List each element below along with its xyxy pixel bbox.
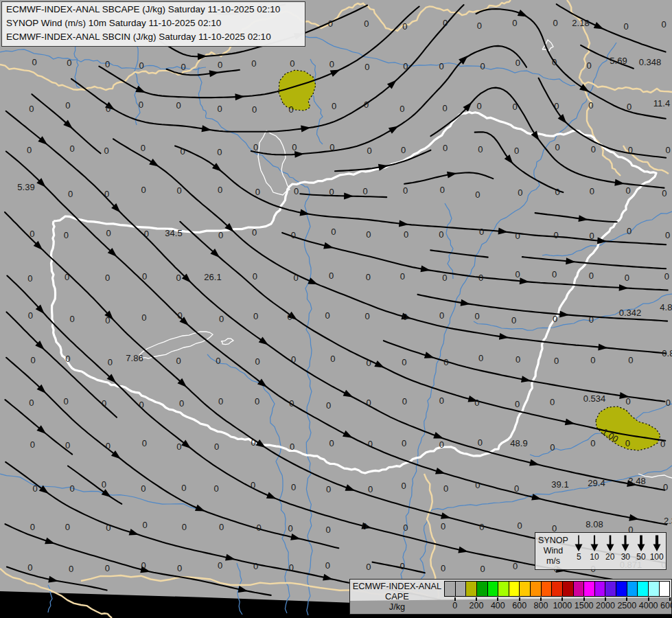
grid-value: 0 bbox=[511, 315, 516, 325]
grid-value: 0 bbox=[69, 483, 74, 494]
grid-value: 0 bbox=[478, 144, 483, 154]
grid-value: 0 bbox=[664, 271, 669, 282]
grid-value: 0 bbox=[440, 185, 445, 195]
grid-value: 0 bbox=[515, 269, 520, 279]
cape-title-line1: ECMWF-INDEX-ANAL bbox=[351, 581, 443, 591]
grid-value: 0 bbox=[625, 185, 630, 196]
grid-value: 0 bbox=[176, 100, 181, 111]
cape-tick-label: 400 bbox=[491, 601, 505, 610]
grid-value: 0 bbox=[104, 146, 109, 156]
grid-value: 0 bbox=[439, 439, 444, 450]
grid-value: 0 bbox=[251, 437, 255, 448]
cape-tick-label: 1500 bbox=[575, 601, 594, 610]
grid-value: 0 bbox=[441, 521, 445, 531]
grid-value: 0 bbox=[65, 440, 70, 450]
grid-value: 0 bbox=[515, 231, 520, 241]
cape-color-swatch bbox=[498, 581, 509, 597]
grid-value: 0 bbox=[439, 310, 444, 321]
grid-value: 0 bbox=[475, 190, 480, 200]
grid-value: 0 bbox=[665, 230, 670, 240]
grid-value: 0 bbox=[554, 356, 559, 366]
cape-tick-label: 1000 bbox=[553, 601, 572, 610]
grid-value: 0 bbox=[28, 310, 33, 321]
cape-tick-label: 4000 bbox=[639, 601, 658, 610]
grid-value: 0 bbox=[176, 356, 181, 366]
wind-arrow-icon bbox=[588, 534, 601, 552]
grid-value: 0 bbox=[589, 231, 594, 241]
grid-value: 0 bbox=[218, 560, 222, 571]
grid-value: 0 bbox=[362, 186, 367, 196]
grid-value: 0 bbox=[144, 229, 149, 239]
cape-tick-label: 2500 bbox=[617, 601, 636, 610]
grid-value: 0 bbox=[366, 229, 371, 240]
grid-value: 0 bbox=[514, 483, 519, 494]
grid-value: 0 bbox=[289, 398, 294, 409]
wind-speed-label: 30 bbox=[621, 552, 630, 562]
grid-value: 0 bbox=[253, 142, 258, 152]
grid-value: 0 bbox=[253, 311, 258, 321]
grid-value: 0 bbox=[177, 310, 182, 321]
synop-speed-column: 10 bbox=[587, 534, 603, 569]
grid-value: 0 bbox=[665, 145, 670, 155]
grid-value: 0 bbox=[474, 398, 479, 408]
cape-color-swatch bbox=[627, 581, 638, 597]
wind-speed-label: 50 bbox=[636, 552, 645, 562]
grid-value: 0 bbox=[141, 483, 146, 494]
grid-value: 0 bbox=[326, 484, 331, 494]
grid-value: 0 bbox=[439, 61, 443, 71]
title-box: ECMWF-INDEX-ANAL SBCAPE (J/kg) Saturday … bbox=[1, 1, 305, 47]
grid-value: 0 bbox=[403, 185, 408, 196]
cape-color-swatch bbox=[562, 581, 574, 597]
map-background bbox=[0, 0, 672, 618]
grid-value: 0 bbox=[141, 312, 146, 323]
grid-value: 0 bbox=[550, 397, 555, 407]
grid-value: 0 bbox=[252, 227, 257, 238]
grid-value: 0 bbox=[366, 398, 371, 408]
grid-value: 0 bbox=[216, 356, 220, 366]
grid-value: 0 bbox=[589, 271, 594, 281]
grid-value: 0 bbox=[106, 104, 111, 114]
synop-speed-column: 50 bbox=[634, 534, 649, 569]
station-value: 0.534 bbox=[583, 393, 606, 404]
grid-value: 0 bbox=[402, 438, 406, 448]
synop-speed-column: 5 bbox=[571, 534, 587, 569]
grid-value: 0 bbox=[67, 58, 71, 68]
grid-value: 0 bbox=[69, 314, 74, 324]
grid-value: 0 bbox=[515, 58, 520, 68]
grid-value: 0 bbox=[251, 58, 256, 69]
grid-value: 0 bbox=[139, 60, 143, 71]
grid-value: 0 bbox=[142, 438, 147, 448]
wind-speed-label: 10 bbox=[590, 552, 599, 562]
station-value: 0.342 bbox=[619, 308, 642, 318]
cape-color-legend: ECMWF-INDEX-ANAL CAPE J/kg 0200400600800… bbox=[349, 579, 672, 615]
station-value: 5.69 bbox=[610, 56, 627, 66]
cape-color-swatch bbox=[465, 581, 477, 597]
station-value: 7.86 bbox=[126, 353, 143, 363]
grid-value: 0 bbox=[332, 101, 336, 111]
grid-value: 0 bbox=[439, 396, 444, 406]
grid-value: 0 bbox=[32, 483, 37, 494]
grid-value: 0 bbox=[29, 104, 34, 114]
grid-value: 0 bbox=[627, 226, 632, 236]
grid-value: 0 bbox=[399, 104, 404, 114]
cape-color-swatch bbox=[530, 581, 542, 597]
wind-arrow-icon bbox=[635, 534, 647, 552]
grid-value: 0 bbox=[69, 564, 73, 574]
grid-value: 0 bbox=[253, 561, 258, 571]
grid-value: 0 bbox=[625, 438, 630, 448]
grid-value: 0 bbox=[325, 525, 330, 535]
grid-value: 0 bbox=[326, 400, 331, 411]
grid-value: 0 bbox=[365, 311, 370, 321]
grid-value: 0 bbox=[291, 230, 296, 240]
grid-value: 0 bbox=[628, 145, 633, 155]
grid-value: 0 bbox=[402, 312, 407, 322]
grid-value: 0 bbox=[366, 562, 371, 572]
grid-value: 0 bbox=[139, 100, 143, 110]
grid-value: 0 bbox=[105, 563, 110, 573]
title-line-wind: SYNOP Wind (m/s) 10m Saturday 11-10-2025… bbox=[6, 16, 301, 30]
grid-value: 0 bbox=[404, 229, 408, 240]
grid-value: 0 bbox=[64, 230, 69, 240]
station-value: 2.48 bbox=[628, 476, 645, 486]
grid-value: 0 bbox=[217, 104, 222, 114]
grid-value: 0 bbox=[623, 21, 628, 32]
